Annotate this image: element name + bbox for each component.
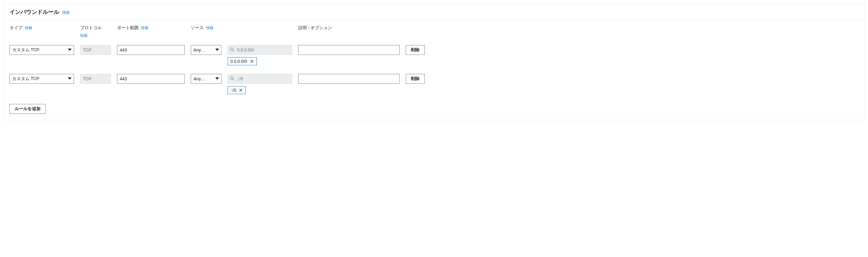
- panel-title: インバウンドルール: [9, 8, 59, 15]
- inbound-rules-panel: インバウンドルール 情報 タイプ 情報 プロトコル 情報 ポート範囲 情報 ソー…: [3, 3, 865, 120]
- description-input[interactable]: [298, 45, 400, 55]
- source-tag-remove[interactable]: [239, 88, 243, 92]
- type-select-value: カスタム TCP: [9, 74, 74, 84]
- header-info-link[interactable]: 情報: [62, 10, 70, 15]
- protocol-field: TCP: [80, 74, 111, 84]
- port-input[interactable]: [117, 45, 185, 55]
- protocol-field: TCP: [80, 45, 111, 55]
- source-tag-label: ::/0: [230, 88, 236, 93]
- col-source-label: ソース: [191, 25, 204, 31]
- rule-row: カスタム TCP TCP Any…: [9, 74, 859, 94]
- col-port-label: ポート範囲: [117, 25, 138, 31]
- source-tag-remove[interactable]: [250, 59, 254, 64]
- delete-rule-button[interactable]: 削除: [406, 45, 425, 55]
- source-select-value: Any…: [191, 45, 221, 55]
- column-headers: タイプ 情報 プロトコル 情報 ポート範囲 情報 ソース 情報 説明 - オプシ…: [9, 25, 859, 38]
- add-rule-button[interactable]: ルールを追加: [9, 104, 46, 114]
- type-select[interactable]: カスタム TCP: [9, 45, 74, 55]
- col-type-label: タイプ: [9, 25, 23, 31]
- col-description-label: 説明 - オプション: [298, 25, 332, 31]
- rule-row: カスタム TCP TCP Any…: [9, 45, 859, 65]
- panel-header: インバウンドルール 情報: [3, 3, 865, 20]
- col-protocol-label: プロトコル: [80, 25, 102, 31]
- source-tag: 0.0.0.0/0: [227, 57, 257, 65]
- source-tag-label: 0.0.0.0/0: [230, 59, 247, 64]
- col-type-info[interactable]: 情報: [25, 26, 32, 31]
- type-select-value: カスタム TCP: [9, 45, 74, 55]
- panel-content: タイプ 情報 プロトコル 情報 ポート範囲 情報 ソース 情報 説明 - オプシ…: [3, 20, 865, 120]
- col-source-info[interactable]: 情報: [206, 26, 214, 31]
- port-input[interactable]: [117, 74, 185, 84]
- source-select-value: Any…: [191, 74, 221, 84]
- description-input[interactable]: [298, 74, 400, 84]
- col-protocol-info[interactable]: 情報: [80, 33, 88, 38]
- type-select[interactable]: カスタム TCP: [9, 74, 74, 84]
- delete-rule-button[interactable]: 削除: [406, 74, 425, 84]
- col-port-info[interactable]: 情報: [141, 26, 148, 31]
- source-search: ::/0: [227, 74, 292, 84]
- source-select[interactable]: Any…: [191, 74, 221, 84]
- source-search: 0.0.0.0/0: [227, 45, 292, 55]
- source-tag: ::/0: [227, 86, 246, 94]
- source-select[interactable]: Any…: [191, 45, 221, 55]
